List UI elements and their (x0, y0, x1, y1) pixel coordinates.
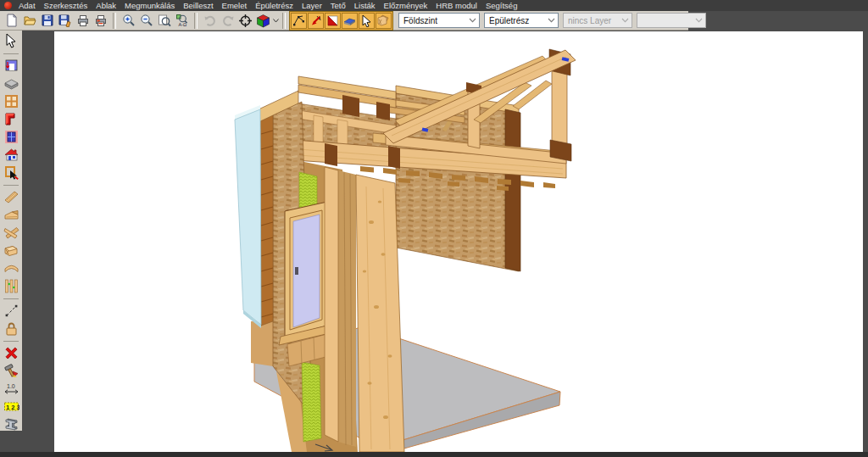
stud-wall-tool-button[interactable] (2, 277, 20, 295)
select-element-tool-button[interactable] (2, 164, 20, 181)
save-as-icon (58, 14, 72, 27)
lock-tool-button[interactable] (2, 320, 20, 337)
window-frame-icon (3, 93, 19, 109)
print-settings-icon (94, 14, 108, 27)
menu-item[interactable]: Beilleszt (179, 0, 217, 11)
steel-profile-tool-button[interactable] (2, 415, 20, 433)
zoom-out-icon (140, 14, 153, 27)
delete-tool-button[interactable] (2, 344, 20, 362)
toolbar-separator (113, 13, 116, 29)
menu-item[interactable]: Megmunkálás (120, 0, 179, 11)
view-cube-3d-icon (256, 14, 270, 28)
view-cube-button[interactable] (254, 12, 272, 30)
menu-item[interactable]: Szerkesztés (40, 0, 92, 11)
toolbar-separator (282, 13, 286, 29)
storey-combobox[interactable]: Földszint (398, 13, 480, 28)
svg-text:1.0: 1.0 (7, 383, 15, 389)
sidebar-separator (3, 50, 19, 54)
beam-angled-tool-button[interactable] (2, 206, 20, 224)
save-as-button[interactable] (56, 12, 74, 30)
slab-tool-button[interactable] (2, 75, 20, 92)
measure-line-tool-button[interactable] (2, 302, 20, 320)
window-frame-tool-button[interactable] (2, 92, 20, 110)
layer-combobox[interactable]: nincs Layer (563, 13, 632, 28)
svg-text:1 2 3: 1 2 3 (6, 404, 19, 411)
facade-panel-blue (235, 109, 261, 325)
status-bar (0, 452, 868, 457)
wall-corner-tool-button[interactable] (2, 110, 20, 128)
machining-tool-button[interactable] (2, 362, 20, 380)
chevron-down-icon (695, 18, 703, 23)
menu-item[interactable]: Ablak (92, 0, 120, 11)
beam-box-tool-button[interactable] (2, 242, 20, 259)
undo-button[interactable] (201, 12, 219, 30)
new-document-icon (5, 14, 19, 27)
beam-arc-tool-button[interactable] (2, 259, 20, 277)
view-cube-dropdown[interactable] (272, 12, 279, 30)
lock-icon (3, 320, 19, 337)
menu-item[interactable]: Emelet (218, 0, 252, 11)
stud-wall-icon (3, 278, 19, 294)
crosshair-icon (238, 14, 253, 28)
center-target-button[interactable] (236, 12, 254, 30)
menu-item[interactable]: Layer (298, 0, 326, 11)
beam-angled-icon (3, 207, 19, 223)
beam-arc-icon (3, 260, 19, 276)
dimension-icon: 1.0 (3, 381, 19, 397)
print-settings-button[interactable] (92, 12, 109, 30)
open-button[interactable] (20, 12, 38, 30)
extra-combobox[interactable] (637, 13, 706, 28)
zoom-out-button[interactable] (137, 12, 155, 30)
dimension-tool-button[interactable]: 1.0 (2, 380, 20, 398)
timber-joint-button[interactable] (376, 13, 392, 29)
building-part-value: Épületrész (489, 16, 548, 25)
timber-joint-icon (377, 14, 390, 27)
select-tool-button[interactable] (2, 32, 20, 50)
redo-icon (221, 14, 235, 27)
panel-flag-button[interactable] (325, 13, 341, 29)
beam-diagonal-tool-button[interactable] (2, 188, 20, 206)
window-insert-icon (3, 129, 19, 145)
window-insert-tool-button[interactable] (2, 128, 20, 146)
viewport-3d[interactable] (54, 31, 863, 452)
menu-item[interactable]: Adat (14, 0, 40, 11)
slab-plane-icon (343, 14, 356, 27)
open-folder-icon (23, 14, 36, 27)
main-toolbar: A-Ω (0, 11, 688, 31)
toolbar-separator (194, 13, 198, 29)
storey-value: Földszint (403, 16, 469, 25)
beams-crossed-icon (3, 225, 19, 241)
beams-crossed-tool-button[interactable] (2, 224, 20, 242)
save-button[interactable] (38, 12, 56, 30)
slab-plane-button[interactable] (342, 13, 358, 29)
tool-sidebar: 1.0 1 2 3 (0, 31, 22, 431)
building-part-combobox[interactable]: Épületrész (484, 13, 559, 28)
print-button[interactable] (74, 12, 92, 30)
menu-item[interactable]: Tető (326, 0, 350, 11)
geometry-points-button[interactable] (291, 13, 307, 29)
menu-item[interactable]: HRB modul (431, 0, 481, 11)
menu-item[interactable]: Előzmények (380, 0, 432, 11)
app-logo-icon (4, 2, 12, 9)
numbering-tool-button[interactable]: 1 2 3 (2, 398, 20, 415)
new-document-button[interactable] (3, 12, 20, 30)
undo-icon (203, 14, 217, 27)
print-icon (76, 14, 90, 27)
zoom-in-button[interactable] (120, 12, 137, 30)
house-tool-button[interactable] (2, 146, 20, 164)
select-cursor-button[interactable] (359, 13, 375, 29)
panel-flag-icon (326, 14, 339, 27)
slab-icon (3, 75, 19, 92)
zoom-window-icon (158, 14, 171, 27)
redo-button[interactable] (219, 12, 236, 30)
zoom-extents-button[interactable]: A-Ω (173, 12, 191, 30)
svg-text:A-Ω: A-Ω (178, 22, 186, 27)
insert-direction-icon (309, 14, 322, 27)
menu-item[interactable]: Segítség (481, 0, 522, 11)
zoom-window-button[interactable] (155, 12, 173, 30)
menu-item[interactable]: Épületrész (251, 0, 298, 11)
model-3d-timber-frame (54, 31, 863, 452)
menu-item[interactable]: Listák (350, 0, 380, 11)
wall-tool-button[interactable] (2, 57, 20, 75)
insert-direction-button[interactable] (308, 13, 324, 29)
